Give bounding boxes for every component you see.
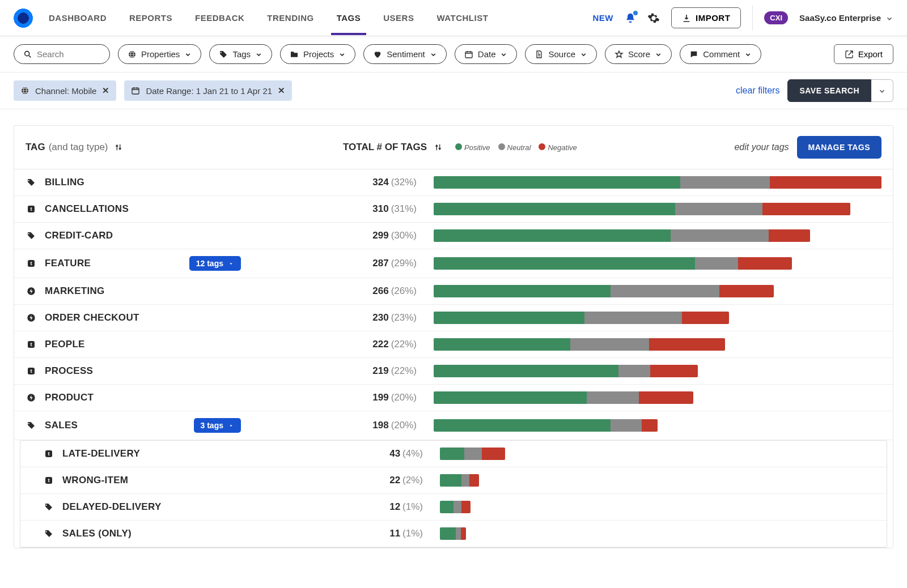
nav-link-dashboard[interactable]: DASHBOARD — [49, 1, 107, 35]
bar-negative — [639, 391, 693, 404]
export-icon — [845, 50, 854, 59]
tags-child-rows: tLATE-DELIVERY43(4%)tWRONG-ITEM22(2%)DEL… — [20, 440, 887, 548]
org-switcher[interactable]: SaaSy.co Enterprise — [799, 13, 893, 23]
tag-name: SALES — [45, 420, 78, 431]
search-pill[interactable] — [14, 44, 110, 64]
sentiment-bar — [417, 338, 881, 351]
svg-text:t: t — [30, 368, 32, 374]
nav-link-feedback[interactable]: FEEDBACK — [195, 1, 244, 35]
search-icon — [23, 50, 32, 59]
active-filter-chip[interactable]: Date Range: 1 Jan 21 to 1 Apr 21✕ — [124, 80, 292, 101]
notification-bell-icon[interactable] — [625, 12, 636, 24]
tag-row[interactable]: MARKETING266(26%) — [14, 278, 893, 305]
org-label: SaaSy.co Enterprise — [799, 13, 881, 23]
bar-positive — [434, 285, 611, 297]
clear-filters-link[interactable]: clear filters — [736, 86, 779, 96]
svg-text:t: t — [48, 478, 49, 483]
sentiment-bar — [423, 527, 875, 540]
manage-tags-button[interactable]: MANAGE TAGS — [797, 136, 881, 159]
tag-row[interactable]: DELAYED-DELIVERY12(1%) — [20, 494, 887, 521]
sentiment-bar — [417, 391, 881, 404]
column-tag-label: TAG — [26, 142, 45, 153]
tag-name: WRONG-ITEM — [62, 475, 128, 486]
tag-row[interactable]: ORDER CHECKOUT230(23%) — [14, 305, 893, 331]
tag-row[interactable]: PRODUCT199(20%) — [14, 385, 893, 411]
filter-pill-source[interactable]: Source — [525, 44, 597, 64]
bar-positive — [440, 527, 456, 540]
tag-icon — [219, 50, 228, 59]
nav-link-reports[interactable]: REPORTS — [129, 1, 172, 35]
bar-negative — [738, 257, 792, 270]
folder-icon — [290, 50, 299, 59]
edit-tags-link[interactable]: edit your tags — [734, 142, 789, 152]
column-tag-sub: (and tag type) — [49, 142, 108, 153]
sentiment-bar — [417, 176, 881, 189]
filter-pill-projects[interactable]: Projects — [280, 44, 355, 64]
tag-count: 287(29%) — [343, 258, 417, 269]
filter-pill-comment[interactable]: Comment — [680, 44, 761, 64]
tag-row[interactable]: tCANCELLATIONS310(31%) — [14, 196, 893, 223]
sentiment-bar — [417, 312, 881, 324]
type-icon: t — [26, 367, 37, 376]
tag-count: 12(1%) — [349, 501, 423, 513]
gear-icon[interactable] — [647, 12, 660, 24]
sentiment-bar — [417, 203, 881, 215]
active-filter-chip[interactable]: Channel: Mobile✕ — [14, 80, 116, 101]
bar-neutral — [464, 448, 482, 460]
bar-negative — [762, 203, 850, 215]
bar-negative — [649, 338, 725, 351]
nav-link-watchlist[interactable]: WATCHLIST — [436, 1, 488, 35]
remove-chip-icon[interactable]: ✕ — [102, 86, 109, 96]
tag-row[interactable]: tFEATURE12 tags 287(29%) — [14, 249, 893, 278]
tag-row[interactable]: tLATE-DELIVERY43(4%) — [20, 441, 887, 467]
bar-neutral — [671, 229, 769, 242]
sentiment-bar — [417, 365, 881, 377]
sort-icon — [434, 143, 443, 152]
tag-row[interactable]: tPEOPLE222(22%) — [14, 331, 893, 358]
tag-row[interactable]: SALES3 tags 198(20%) — [14, 411, 893, 440]
bar-negative — [482, 448, 505, 460]
tag-row[interactable]: BILLING324(32%) — [14, 169, 893, 196]
bar-positive — [434, 391, 587, 404]
tag-count: 324(32%) — [343, 177, 417, 188]
sentiment-legend: Positive Neutral Negative — [455, 143, 577, 152]
tag-row[interactable]: CREDIT-CARD299(30%) — [14, 223, 893, 249]
bar-neutral — [456, 527, 461, 540]
save-search-button[interactable]: SAVE SEARCH — [787, 79, 871, 102]
bar-neutral — [618, 365, 650, 377]
filter-pill-score[interactable]: Score — [605, 44, 672, 64]
svg-text:t: t — [48, 451, 49, 457]
bar-positive — [434, 365, 618, 377]
filter-pill-properties[interactable]: Properties — [118, 44, 201, 64]
filter-pill-date[interactable]: Date — [455, 44, 518, 64]
search-input[interactable] — [37, 49, 100, 59]
save-search-group: SAVE SEARCH — [787, 79, 893, 102]
logo — [14, 8, 33, 28]
remove-chip-icon[interactable]: ✕ — [278, 86, 285, 96]
column-total-label: TOTAL # OF TAGS — [343, 142, 427, 153]
tag-count-badge[interactable]: 12 tags — [189, 256, 241, 271]
tag-row[interactable]: tWRONG-ITEM22(2%) — [20, 467, 887, 494]
tag-count-badge[interactable]: 3 tags — [194, 418, 241, 433]
filter-pill-tags[interactable]: Tags — [209, 44, 272, 64]
export-button[interactable]: Export — [834, 44, 893, 64]
tag-name: DELAYED-DELIVERY — [62, 501, 162, 513]
column-header-tag[interactable]: TAG (and tag type) — [26, 142, 343, 153]
column-header-total[interactable]: TOTAL # OF TAGS — [343, 142, 451, 153]
filter-pill-sentiment[interactable]: Sentiment — [363, 44, 447, 64]
save-search-dropdown[interactable] — [871, 79, 893, 102]
notification-dot — [633, 11, 638, 15]
import-button[interactable]: IMPORT — [671, 7, 741, 28]
tag-row[interactable]: tPROCESS219(22%) — [14, 358, 893, 385]
nav-link-users[interactable]: USERS — [383, 1, 414, 35]
nav-link-tags[interactable]: TAGS — [337, 1, 361, 35]
bar-positive — [434, 257, 695, 270]
bar-negative — [719, 285, 774, 297]
main-content: TAG (and tag type) TOTAL # OF TAGS Posit… — [0, 109, 907, 564]
nav-link-trending[interactable]: TRENDING — [267, 1, 313, 35]
nav-links: DASHBOARDREPORTSFEEDBACKTRENDINGTAGSUSER… — [49, 1, 593, 35]
tag-row[interactable]: SALES (ONLY)11(1%) — [20, 521, 887, 547]
bar-neutral — [587, 391, 639, 404]
bar-positive — [434, 338, 570, 351]
tag-count: 266(26%) — [343, 286, 417, 297]
